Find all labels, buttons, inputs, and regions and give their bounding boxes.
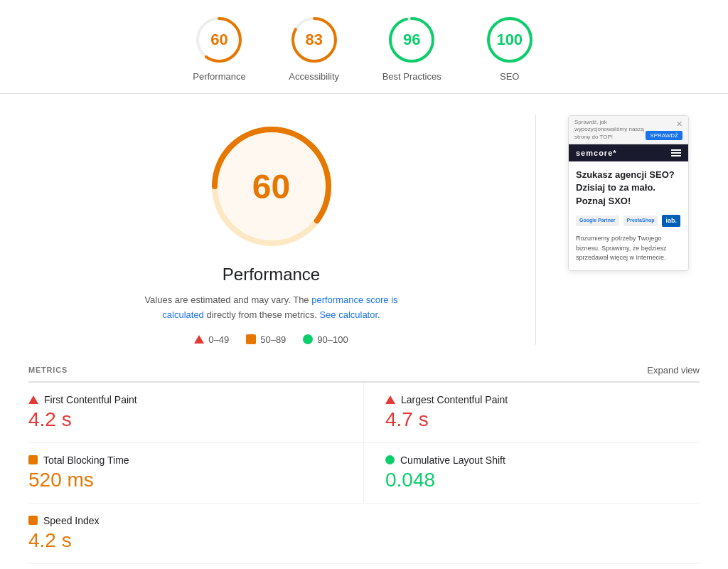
scores-bar: 60 Performance 83 Accessibility 96 Best … [0,0,728,94]
score-label-best-practices: Best Practices [382,71,441,82]
metric-value-cls: 0.048 [385,469,700,491]
main-content: 60 Performance Values are estimated and … [0,94,728,359]
metric-label-cls: Cumulative Layout Shift [400,454,505,466]
score-label-seo: SEO [500,71,519,82]
score-circle-accessibility: 83 [289,14,340,65]
legend-item-mid: 50–89 [246,334,286,345]
triangle-indicator-lcp [385,395,395,404]
score-item-seo[interactable]: 100 SEO [484,14,535,82]
metric-value-tbt: 520 ms [28,469,342,491]
hamburger-icon [671,149,681,156]
metric-item-si: Speed Index 4.2 s [28,504,700,564]
square-indicator-si [28,516,38,525]
metric-item-lcp: Largest Contentful Paint 4.7 s [364,383,700,443]
metric-item-fcp: First Contentful Paint 4.2 s [28,383,364,443]
left-panel: 60 Performance Values are estimated and … [28,115,514,345]
metric-label-lcp: Largest Contentful Paint [401,394,508,405]
metric-label-row-cls: Cumulative Layout Shift [385,454,700,466]
square-icon [246,334,256,344]
preview-logo: semcore* [576,149,617,157]
right-panel: Sprawdź, jak wypozycjonowaliśmy naszą st… [557,115,700,345]
ad-text: Sprawdź, jak wypozycjonowaliśmy naszą st… [574,119,646,141]
score-item-best-practices[interactable]: 96 Best Practices [382,14,441,82]
metric-label-tbt: Total Blocking Time [43,454,129,466]
score-value-accessibility: 83 [305,31,322,49]
preview-logos: Google Partner PrestaShop iab. [576,215,681,228]
triangle-icon [194,335,204,344]
legend-item-high: 90–100 [303,334,348,345]
score-label-accessibility: Accessibility [289,71,339,82]
score-circle-best-practices: 96 [386,14,437,65]
preview-body-text: Rozumiemy potrzeby Twojego biznesu. Spra… [576,234,681,263]
score-item-performance[interactable]: 60 Performance [193,14,245,82]
metric-item-tbt: Total Blocking Time 520 ms [28,443,364,504]
expand-view-button[interactable]: Expand view [647,365,700,376]
legend-range-low: 0–49 [208,334,229,345]
circle-indicator-cls [385,455,395,464]
score-value-best-practices: 96 [403,31,420,49]
metric-label-fcp: First Contentful Paint [44,394,137,405]
preview-content: Szukasz agencji SEO? Dzisiaj to za mało.… [569,161,688,270]
legend-range-mid: 50–89 [260,334,286,345]
cta-button[interactable]: SPRAWDŹ [646,131,682,140]
google-partner-badge: Google Partner [576,216,619,226]
desc-text1: Values are estimated and may vary. The [144,294,311,305]
site-preview: Sprawdź, jak wypozycjonowaliśmy naszą st… [568,115,689,271]
metrics-section: METRICS Expand view First Contentful Pai… [0,359,728,564]
legend: 0–49 50–89 90–100 [194,334,348,345]
square-indicator-tbt [28,455,38,464]
score-value-seo: 100 [496,31,523,49]
preview-nav: semcore* [569,144,688,161]
legend-range-high: 90–100 [317,334,348,345]
metrics-header: METRICS Expand view [28,359,700,383]
ad-banner: Sprawdź, jak wypozycjonowaliśmy naszą st… [569,116,688,144]
score-circle-performance: 60 [193,14,245,65]
perf-title: Performance [223,265,320,284]
preview-headline: Szukasz agencji SEO? Dzisiaj to za mało.… [576,169,681,208]
prestashop-badge: PrestaShop [623,216,658,226]
metric-label-si: Speed Index [43,515,100,526]
metric-label-row-si: Speed Index [28,515,700,526]
score-circle-seo: 100 [484,14,535,65]
metric-label-row-tbt: Total Blocking Time [28,454,342,466]
circle-icon [303,334,313,344]
big-score-circle: 60 [208,122,336,250]
triangle-indicator-fcp [28,395,38,404]
metric-value-lcp: 4.7 s [385,408,700,431]
metrics-grid: First Contentful Paint 4.2 s Largest Con… [28,383,700,564]
metrics-title: METRICS [28,366,68,374]
score-label-performance: Performance [193,71,245,82]
perf-description: Values are estimated and may vary. The p… [136,293,407,323]
legend-item-low: 0–49 [194,334,229,345]
score-item-accessibility[interactable]: 83 Accessibility [289,14,340,82]
iab-badge: iab. [662,215,680,228]
close-icon[interactable]: ✕ [676,119,682,129]
metric-value-fcp: 4.2 s [28,408,342,431]
metric-item-cls: Cumulative Layout Shift 0.048 [364,443,700,504]
metric-label-row-fcp: First Contentful Paint [28,394,342,405]
calc-link[interactable]: See calculator. [319,309,380,320]
metric-value-si: 4.2 s [28,529,700,552]
score-value-performance: 60 [210,31,228,49]
vertical-divider [535,115,536,345]
metric-label-row-lcp: Largest Contentful Paint [385,394,700,405]
desc-text2: directly from these metrics. [204,309,320,320]
